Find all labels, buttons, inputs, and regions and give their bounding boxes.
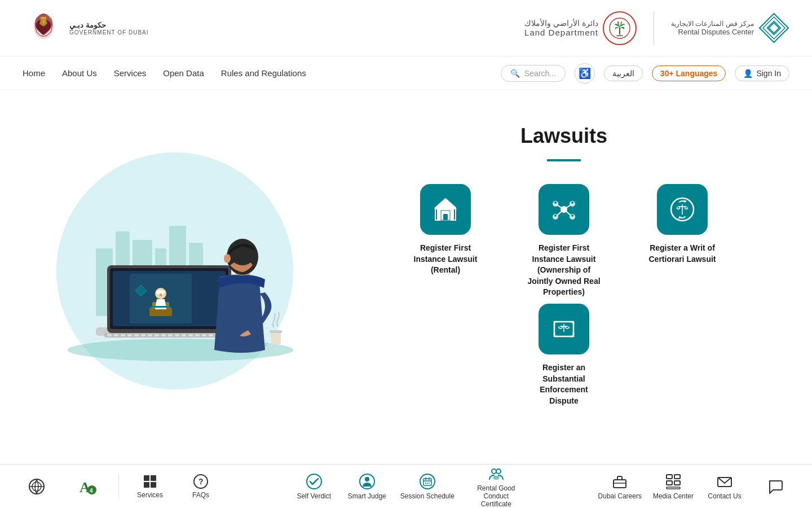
service-label-1: Register First Instance Lawsuit (Rental): [406, 243, 485, 276]
footer-item-smart-judge[interactable]: Smart Judge: [347, 473, 387, 500]
calendar-icon: [419, 473, 436, 490]
header: ★ حكومة دبـي GOVERNMENT OF DUBAI دائرة ا…: [0, 0, 812, 56]
accessibility-button[interactable]: ♿: [575, 63, 595, 84]
illustration-wrapper: [39, 135, 321, 406]
section-divider: [547, 159, 581, 161]
svg-rect-30: [114, 334, 118, 336]
svg-rect-50: [270, 330, 282, 333]
svg-rect-38: [168, 334, 173, 336]
nav-about-us[interactable]: About Us: [62, 68, 97, 78]
network-icon: [550, 195, 578, 224]
nav-rules-regulations[interactable]: Rules and Regulations: [221, 68, 306, 78]
svg-rect-40: [182, 334, 186, 336]
svg-rect-115: [667, 475, 672, 479]
speech-icon: [767, 479, 783, 494]
footer-item-dubai-careers[interactable]: Dubai Careers: [598, 473, 642, 500]
footer-item-faqs[interactable]: ? FAQs: [181, 474, 220, 499]
service-item-4[interactable]: Register an Substantial Enforcement Disp…: [524, 304, 603, 406]
people-icon: [488, 465, 505, 482]
svg-point-68: [554, 202, 557, 204]
enforcement-icon: [550, 315, 578, 343]
svg-rect-49: [271, 332, 281, 344]
footer-services-label: Services: [137, 491, 163, 499]
main-content: Lawsuits: [0, 90, 812, 485]
svg-rect-2: [41, 17, 46, 19]
rdc-english: Rental Disputes Center: [678, 28, 754, 36]
svg-point-110: [429, 483, 430, 484]
svg-point-112: [496, 469, 501, 474]
gov-english-text: GOVERNMENT OF DUBAI: [69, 29, 149, 36]
footer-item-circle[interactable]: [17, 479, 56, 494]
check-circle-icon: [306, 473, 323, 490]
svg-text:?: ?: [198, 477, 204, 486]
service-item-2[interactable]: Register First Instance Lawsuit (Ownersh…: [513, 184, 615, 298]
footer: A 4 Services ?: [0, 464, 812, 508]
footer-faqs-label: FAQs: [192, 491, 209, 499]
nav-services[interactable]: Services: [114, 68, 147, 78]
svg-rect-34: [141, 334, 145, 336]
rdc-icon: [758, 12, 789, 43]
footer-item-session-schedule[interactable]: Session Schedule: [400, 473, 454, 500]
header-right: دائرة الأراضي والأملاك Land Department: [524, 11, 789, 45]
service-label-4: Register an Substantial Enforcement Disp…: [524, 362, 603, 406]
nav-home[interactable]: Home: [23, 68, 45, 78]
svg-point-108: [425, 483, 426, 484]
footer-items: A 4 Services ?: [17, 465, 795, 508]
briefcase-icon: [611, 473, 628, 490]
gov-text: حكومة دبـي GOVERNMENT OF DUBAI: [69, 21, 149, 36]
search-box[interactable]: 🔍 Search...: [501, 65, 566, 82]
svg-rect-97: [151, 482, 156, 488]
svg-rect-43: [202, 334, 206, 336]
service-item-1[interactable]: Register First Instance Lawsuit (Rental): [395, 184, 496, 298]
services-grid-bottom: Register an Substantial Enforcement Disp…: [395, 304, 733, 406]
arabic-button[interactable]: العربية: [604, 65, 643, 81]
svg-rect-104: [423, 479, 431, 485]
footer-item-rental-certificate[interactable]: Rental Good Conduct Certificate: [468, 465, 524, 508]
footer-self-verdict-label: Self Verdict: [297, 492, 331, 500]
rdc-arabic: مركز فض المنازعات الايجارية: [671, 20, 754, 28]
main-illustration: [39, 135, 321, 406]
footer-item-media-center[interactable]: Media Center: [653, 473, 694, 500]
search-text: Search...: [524, 69, 556, 78]
nav-open-data[interactable]: Open Data: [163, 68, 204, 78]
svg-point-111: [492, 469, 496, 474]
svg-line-80: [686, 207, 688, 208]
svg-rect-33: [134, 334, 139, 336]
footer-contact-us-label: Contact Us: [708, 492, 741, 500]
footer-item-contact-us[interactable]: Contact Us: [705, 473, 744, 500]
footer-item-self-verdict[interactable]: Self Verdict: [294, 473, 334, 500]
gov-logo: ★ حكومة دبـي GOVERNMENT OF DUBAI: [23, 7, 149, 49]
ld-arabic: دائرة الأراضي والأملاك: [524, 19, 598, 28]
envelope-icon: [716, 473, 733, 490]
section-title: Lawsuits: [520, 124, 607, 148]
footer-item-services[interactable]: Services: [130, 474, 170, 499]
footer-center: Self Verdict Smart Judge: [220, 465, 598, 508]
svg-rect-94: [144, 475, 149, 481]
footer-dubai-careers-label: Dubai Careers: [598, 492, 642, 500]
svg-rect-96: [144, 482, 149, 488]
footer-media-center-label: Media Center: [653, 492, 694, 500]
svg-point-70: [554, 214, 557, 217]
languages-button[interactable]: 30+ Languages: [652, 65, 726, 81]
svg-rect-42: [195, 334, 200, 336]
sign-in-button[interactable]: 👤 Sign In: [735, 65, 789, 81]
footer-item-a[interactable]: A 4: [68, 478, 107, 496]
footer-smart-judge-label: Smart Judge: [348, 492, 386, 500]
svg-rect-39: [175, 334, 179, 336]
land-dept-text: دائرة الأراضي والأملاك Land Department: [524, 19, 598, 37]
svg-rect-119: [667, 487, 680, 489]
user-icon: 👤: [743, 69, 753, 78]
svg-line-66: [555, 209, 564, 217]
svg-rect-118: [674, 481, 680, 485]
svg-text:★: ★: [42, 20, 46, 25]
service-item-3[interactable]: Register a Writ of Certiorari Lawsuit: [632, 184, 733, 298]
svg-rect-26: [160, 294, 162, 296]
footer-left: A 4 Services ?: [17, 474, 220, 499]
person-circle-icon: [359, 473, 376, 490]
footer-right: Dubai Careers Media Center Co: [598, 473, 795, 500]
navbar: Home About Us Services Open Data Rules a…: [0, 56, 812, 90]
rdc-text: مركز فض المنازعات الايجارية Rental Dispu…: [671, 20, 754, 36]
footer-item-chat[interactable]: [756, 479, 795, 494]
search-icon: 🔍: [510, 69, 520, 78]
svg-rect-36: [155, 334, 159, 336]
